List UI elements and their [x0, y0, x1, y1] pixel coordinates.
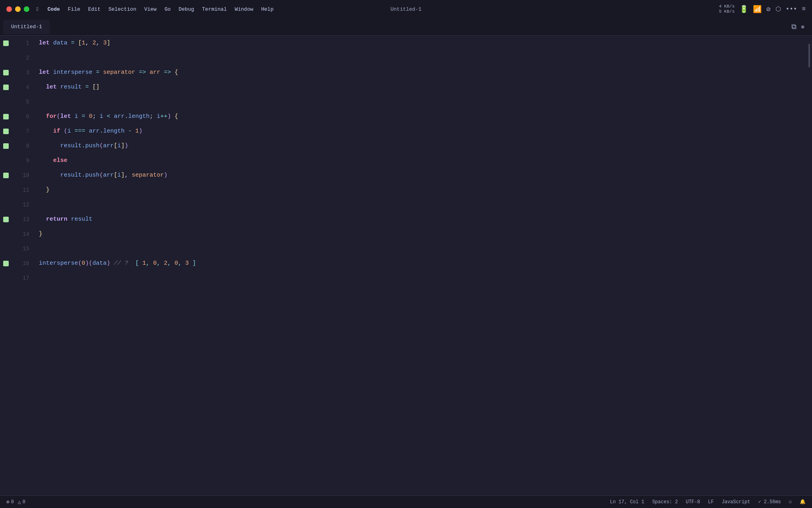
extension-icon: ⬡ — [776, 5, 781, 13]
menu-bar:  Code File Edit Selection View Go Debug… — [33, 6, 278, 13]
status-bar-right: Ln 17, Col 1 Spaces: 2 UTF-8 LF JavaScri… — [610, 499, 806, 505]
smiley-icon[interactable]: ☺ — [789, 499, 792, 505]
code-line-14[interactable]: } — [36, 227, 806, 241]
line-number-17: 17 — [12, 275, 36, 281]
code-line-6[interactable]: for(let i = 0; i < arr.length; i++) { — [36, 109, 806, 124]
language-mode[interactable]: JavaScript — [722, 499, 750, 505]
code-line-5[interactable] — [36, 94, 806, 109]
line-number-16: 16 — [12, 260, 36, 267]
table-row: 5 — [0, 94, 806, 109]
menu-item-go[interactable]: Go — [161, 6, 175, 13]
breakpoint-1[interactable] — [0, 40, 12, 46]
breakpoint-10[interactable] — [0, 173, 12, 178]
line-number-15: 15 — [12, 246, 36, 252]
more-icon: ••• — [786, 6, 797, 13]
title-bar-left:  Code File Edit Selection View Go Debug… — [6, 6, 719, 13]
encoding[interactable]: UTF-8 — [686, 499, 700, 505]
title-bar-right: 4 KB/s 5 KB/s 🔋 📶 ⊘ ⬡ ••• ≡ — [719, 4, 806, 14]
settings-dot-icon[interactable]: ● — [801, 23, 805, 31]
line-number-13: 13 — [12, 216, 36, 223]
table-row: 11 } — [0, 183, 806, 197]
line-number-1: 1 — [12, 40, 36, 46]
list-icon: ≡ — [802, 6, 806, 13]
line-number-2: 2 — [12, 55, 36, 61]
line-number-10: 10 — [12, 172, 36, 179]
code-line-11[interactable]: } — [36, 183, 806, 197]
breakpoint-8[interactable] — [0, 143, 12, 149]
scrollbar-thumb[interactable] — [808, 44, 810, 67]
minimize-button[interactable] — [15, 6, 21, 12]
code-line-1[interactable]: let data = [1, 2, 3] — [36, 36, 806, 50]
maximize-button[interactable] — [24, 6, 29, 12]
error-count[interactable]: ⊗ 0 △ 0 — [6, 499, 25, 505]
menu-item-edit[interactable]: Edit — [84, 6, 104, 13]
line-ending[interactable]: LF — [708, 499, 714, 505]
menu-item-view[interactable]: View — [140, 6, 161, 13]
split-editor-icon[interactable]: ⧉ — [791, 23, 797, 31]
notification-bell-icon[interactable]: 🔔 — [800, 499, 806, 505]
code-area[interactable]: 1 let data = [1, 2, 3] 2 3 let intersper… — [0, 36, 806, 495]
breakpoint-6[interactable] — [0, 114, 12, 119]
error-number: 0 — [11, 499, 14, 505]
scrollbar[interactable] — [806, 36, 812, 495]
table-row: 17 — [0, 271, 806, 285]
code-line-17[interactable] — [36, 271, 806, 285]
close-button[interactable] — [6, 6, 12, 12]
table-row: 9 else — [0, 153, 806, 168]
table-row: 3 let intersperse = separator => arr => … — [0, 65, 806, 80]
table-row: 2 — [0, 50, 806, 65]
traffic-lights — [6, 6, 29, 12]
table-row: 13 return result — [0, 212, 806, 227]
tab-label: Untitled-1 — [11, 24, 42, 30]
code-line-8[interactable]: result.push(arr[i]) — [36, 139, 806, 153]
dnd-icon: ⊘ — [766, 5, 771, 13]
code-line-7[interactable]: if (i === arr.length - 1) — [36, 124, 806, 139]
cursor-position[interactable]: Ln 17, Col 1 — [610, 499, 644, 505]
line-number-4: 4 — [12, 84, 36, 90]
table-row: 12 — [0, 197, 806, 212]
menu-item-terminal[interactable]: Terminal — [198, 6, 231, 13]
line-number-14: 14 — [12, 231, 36, 237]
tab-actions: ⧉ ● — [791, 23, 809, 31]
network-speed: 4 KB/s 5 KB/s — [719, 4, 735, 14]
menu-item-debug[interactable]: Debug — [175, 6, 198, 13]
code-line-16[interactable]: intersperse(0)(data) // ? [ 1, 0, 2, 0, … — [36, 256, 806, 271]
table-row: 14 } — [0, 227, 806, 241]
table-row: 4 let result = [] — [0, 80, 806, 94]
code-line-10[interactable]: result.push(arr[i], separator) — [36, 168, 806, 183]
breakpoint-3[interactable] — [0, 70, 12, 75]
menu-item-file[interactable]: File — [64, 6, 84, 13]
code-line-9[interactable]: else — [36, 153, 806, 168]
code-line-15[interactable] — [36, 241, 806, 256]
table-row: 8 result.push(arr[i]) — [0, 139, 806, 153]
title-bar:  Code File Edit Selection View Go Debug… — [0, 0, 812, 18]
table-row: 16 intersperse(0)(data) // ? [ 1, 0, 2, … — [0, 256, 806, 271]
menu-item-selection[interactable]: Selection — [104, 6, 140, 13]
code-line-2[interactable] — [36, 50, 806, 65]
line-number-8: 8 — [12, 143, 36, 149]
tab-untitled-1[interactable]: Untitled-1 — [3, 20, 50, 34]
indentation[interactable]: Spaces: 2 — [652, 499, 678, 505]
code-line-12[interactable] — [36, 197, 806, 212]
table-row: 7 if (i === arr.length - 1) — [0, 124, 806, 139]
table-row: 10 result.push(arr[i], separator) — [0, 168, 806, 183]
status-bar-left: ⊗ 0 △ 0 — [6, 499, 25, 505]
tab-bar: Untitled-1 ⧉ ● — [0, 18, 812, 36]
menu-item-window[interactable]: Window — [231, 6, 257, 13]
breakpoint-16[interactable] — [0, 261, 12, 266]
breakpoint-4[interactable] — [0, 85, 12, 90]
code-line-4[interactable]: let result = [] — [36, 80, 806, 94]
line-number-5: 5 — [12, 99, 36, 105]
table-row: 1 let data = [1, 2, 3] — [0, 36, 806, 50]
editor-container: 1 let data = [1, 2, 3] 2 3 let intersper… — [0, 36, 812, 495]
menu-item-code[interactable]: Code — [44, 6, 64, 13]
code-line-3[interactable]: let intersperse = separator => arr => { — [36, 65, 806, 80]
breakpoint-13[interactable] — [0, 217, 12, 222]
breakpoint-7[interactable] — [0, 129, 12, 134]
wifi-icon: 📶 — [753, 5, 762, 13]
warning-number: 0 — [23, 499, 25, 505]
line-number-6: 6 — [12, 114, 36, 120]
apple-menu[interactable]:  — [33, 6, 44, 13]
code-line-13[interactable]: return result — [36, 212, 806, 227]
menu-item-help[interactable]: Help — [257, 6, 278, 13]
